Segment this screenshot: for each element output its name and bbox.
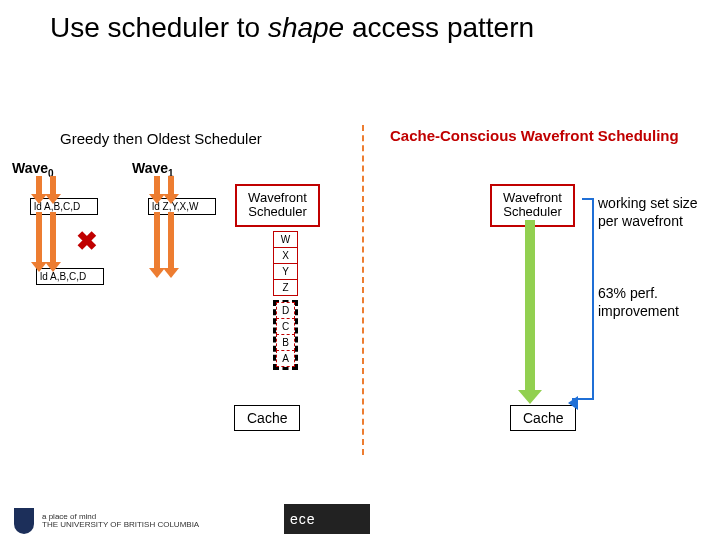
arrow-head-icon	[568, 396, 578, 410]
mem-stack-dcba: D C B A	[273, 300, 298, 370]
stack-cell: C	[276, 318, 295, 335]
wavefront-scheduler-left: Wavefront Scheduler	[235, 184, 320, 227]
title-suffix: access pattern	[344, 12, 534, 43]
slide-title: Use scheduler to shape access pattern	[50, 12, 534, 44]
cross-icon: ✖	[76, 226, 98, 257]
cache-left: Cache	[234, 405, 300, 431]
vertical-divider	[362, 125, 364, 455]
arrow-down-icon	[36, 212, 42, 262]
wave0-label: Wave0	[12, 160, 54, 179]
stack-cell: B	[276, 334, 295, 351]
footer: a place of mind THE UNIVERSITY OF BRITIS…	[14, 508, 199, 534]
note-improvement: 63% perf. improvement	[598, 285, 708, 320]
arrow-down-icon	[50, 212, 56, 262]
stack-cell: X	[273, 247, 298, 264]
mem-stack-wxyz: W X Y Z	[273, 232, 298, 296]
right-heading: Cache-Conscious Wavefront Scheduling	[390, 127, 679, 144]
arrow-down-icon	[154, 176, 160, 194]
arrow-down-icon	[50, 176, 56, 194]
arrow-down-icon	[168, 176, 174, 194]
arrow-down-icon	[154, 212, 160, 268]
footer-text: a place of mind THE UNIVERSITY OF BRITIS…	[42, 513, 199, 529]
stack-cell: W	[273, 231, 298, 248]
title-emph: shape	[268, 12, 344, 43]
stack-cell: Y	[273, 263, 298, 280]
bracket-line	[592, 198, 594, 398]
cache-right: Cache	[510, 405, 576, 431]
left-heading: Greedy then Oldest Scheduler	[60, 130, 262, 147]
arrow-down-green-icon	[525, 220, 535, 390]
note-working-set: working set size per wavefront	[598, 195, 708, 230]
title-prefix: Use scheduler to	[50, 12, 268, 43]
stack-cell: D	[276, 302, 295, 319]
stack-cell: Z	[273, 279, 298, 296]
stack-cell: A	[276, 350, 295, 367]
arrow-down-icon	[168, 212, 174, 268]
ece-badge: ece	[284, 504, 370, 534]
ubc-logo-icon	[14, 508, 34, 534]
arrow-down-icon	[36, 176, 42, 194]
